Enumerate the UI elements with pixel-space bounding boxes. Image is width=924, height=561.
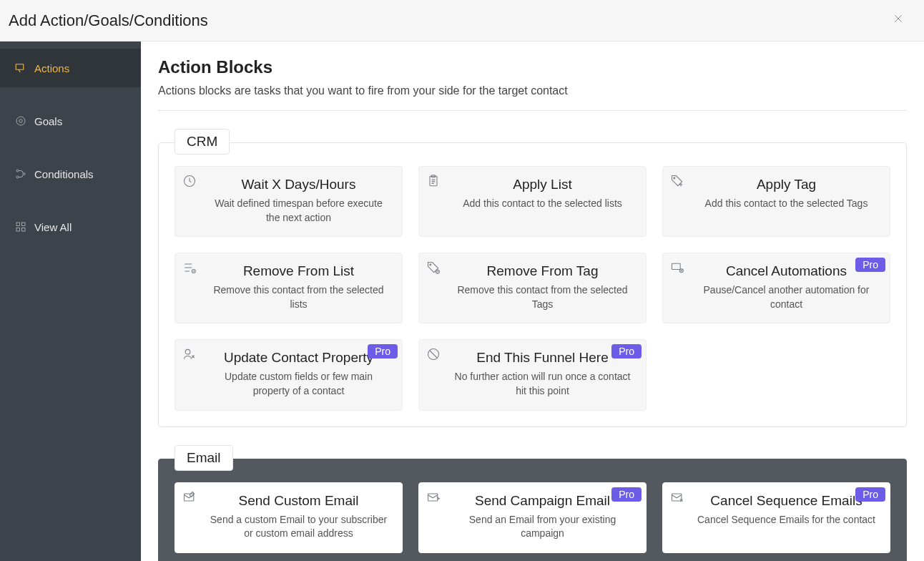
card-desc: Pause/Cancel another automation for cont… bbox=[694, 283, 878, 311]
card-grid: Wait X Days/Hours Wait defined timespan … bbox=[175, 166, 890, 411]
svg-point-3 bbox=[16, 176, 19, 178]
sidebar-item-label: View All bbox=[34, 221, 72, 233]
cursor-click-icon bbox=[14, 62, 27, 74]
card-title: Cancel Sequence Emails bbox=[694, 493, 878, 509]
card-desc: No further action will run once a contac… bbox=[451, 370, 634, 398]
svg-point-12 bbox=[674, 177, 675, 179]
card-title: Apply Tag bbox=[694, 177, 878, 192]
close-button[interactable] bbox=[887, 10, 910, 31]
email-send-icon bbox=[426, 490, 441, 507]
card-title: Wait X Days/Hours bbox=[207, 177, 390, 192]
card-desc: Add this contact to the selected lists bbox=[451, 197, 634, 211]
card-remove-list[interactable]: Remove From List Remove this contact fro… bbox=[175, 253, 403, 323]
section-crm: CRM Wait X Days/Hours Wait defined times… bbox=[158, 142, 907, 427]
svg-point-14 bbox=[430, 264, 431, 265]
page-subtitle: Actions blocks are tasks that you want t… bbox=[158, 84, 907, 111]
svg-rect-7 bbox=[16, 228, 20, 232]
card-title: Remove From Tag bbox=[451, 263, 634, 279]
modal-body: Actions Goals Conditionals View All Acti… bbox=[0, 42, 924, 561]
list-minus-icon bbox=[182, 260, 197, 278]
svg-point-18 bbox=[185, 350, 190, 355]
automation-cancel-icon bbox=[670, 260, 684, 278]
section-label: CRM bbox=[175, 129, 230, 155]
card-cancel-automations[interactable]: Pro Cancel Automations Pause/Cancel anot… bbox=[662, 253, 890, 323]
modal-header: Add Action/Goals/Conditions bbox=[0, 0, 924, 42]
svg-rect-5 bbox=[16, 223, 20, 226]
card-desc: Send a custom Email to your subscriber o… bbox=[207, 513, 390, 541]
sidebar-item-actions[interactable]: Actions bbox=[0, 49, 141, 87]
card-remove-tag[interactable]: Remove From Tag Remove this contact from… bbox=[418, 253, 647, 323]
card-apply-tag[interactable]: Apply Tag Add this contact to the select… bbox=[662, 166, 890, 237]
card-title: Send Custom Email bbox=[207, 493, 390, 509]
branch-icon bbox=[14, 167, 27, 180]
email-cancel-icon bbox=[670, 490, 684, 507]
card-apply-list[interactable]: Apply List Add this contact to the selec… bbox=[418, 166, 647, 237]
pro-badge: Pro bbox=[611, 344, 642, 358]
svg-rect-8 bbox=[22, 228, 26, 232]
card-desc: Add this contact to the selected Tags bbox=[694, 197, 878, 211]
card-desc: Remove this contact from the selected li… bbox=[207, 283, 390, 311]
card-title: Cancel Automations bbox=[694, 263, 878, 279]
clipboard-icon bbox=[426, 174, 441, 191]
pro-badge: Pro bbox=[855, 258, 885, 272]
card-send-custom-email[interactable]: Send Custom Email Send a custom Email to… bbox=[175, 482, 403, 553]
card-desc: Wait defined timespan before execute the… bbox=[207, 197, 390, 225]
card-wait-days[interactable]: Wait X Days/Hours Wait defined timespan … bbox=[175, 166, 403, 237]
sidebar: Actions Goals Conditionals View All bbox=[0, 42, 141, 561]
card-desc: Send an Email from your existing campaig… bbox=[451, 513, 634, 541]
svg-rect-20 bbox=[185, 494, 194, 501]
clock-icon bbox=[182, 174, 197, 191]
compose-email-icon bbox=[182, 490, 197, 507]
svg-rect-22 bbox=[672, 494, 682, 501]
svg-point-1 bbox=[19, 119, 23, 123]
card-desc: Cancel Sequence Emails for the contact bbox=[694, 513, 878, 527]
card-title: Remove From List bbox=[207, 263, 390, 279]
pro-badge: Pro bbox=[368, 344, 398, 358]
svg-rect-16 bbox=[672, 263, 681, 269]
card-title: Send Campaign Email bbox=[451, 493, 634, 509]
card-cancel-sequence-emails[interactable]: Pro Cancel Sequence Emails Cancel Sequen… bbox=[662, 482, 890, 553]
card-title: Update Contact Property bbox=[207, 350, 390, 366]
close-icon bbox=[893, 13, 904, 27]
sidebar-item-label: Conditionals bbox=[34, 168, 94, 180]
pro-badge: Pro bbox=[611, 487, 642, 502]
sidebar-item-viewall[interactable]: View All bbox=[0, 208, 141, 246]
sidebar-item-goals[interactable]: Goals bbox=[0, 102, 141, 140]
sidebar-item-label: Goals bbox=[34, 115, 62, 127]
svg-rect-6 bbox=[22, 223, 26, 226]
main-panel: Action Blocks Actions blocks are tasks t… bbox=[141, 42, 924, 561]
sidebar-item-label: Actions bbox=[34, 62, 69, 74]
stop-icon bbox=[426, 347, 441, 364]
card-update-contact[interactable]: Pro Update Contact Property Update custo… bbox=[175, 339, 403, 410]
card-title: End This Funnel Here bbox=[451, 350, 634, 366]
modal-title: Add Action/Goals/Conditions bbox=[9, 11, 208, 30]
pro-badge: Pro bbox=[855, 487, 885, 502]
target-icon bbox=[14, 114, 27, 127]
card-grid: Send Custom Email Send a custom Email to… bbox=[175, 482, 890, 553]
card-desc: Update custom fields or few main propert… bbox=[207, 370, 390, 398]
svg-point-2 bbox=[16, 170, 19, 172]
svg-rect-21 bbox=[428, 494, 438, 501]
card-desc: Remove this contact from the selected Ta… bbox=[451, 283, 634, 311]
svg-point-0 bbox=[16, 117, 25, 125]
page-title: Action Blocks bbox=[158, 57, 907, 77]
grid-icon bbox=[14, 220, 27, 233]
svg-point-4 bbox=[23, 173, 25, 175]
section-label: Email bbox=[175, 445, 233, 471]
card-send-campaign-email[interactable]: Pro Send Campaign Email Send an Email fr… bbox=[418, 482, 647, 553]
tag-plus-icon bbox=[670, 174, 684, 191]
user-edit-icon bbox=[182, 347, 197, 364]
tag-minus-icon bbox=[426, 260, 441, 278]
card-end-funnel[interactable]: Pro End This Funnel Here No further acti… bbox=[418, 339, 647, 410]
sidebar-item-conditionals[interactable]: Conditionals bbox=[0, 155, 141, 193]
card-title: Apply List bbox=[451, 177, 634, 192]
section-email: Email Send Custom Email Send a custom Em… bbox=[158, 459, 907, 561]
